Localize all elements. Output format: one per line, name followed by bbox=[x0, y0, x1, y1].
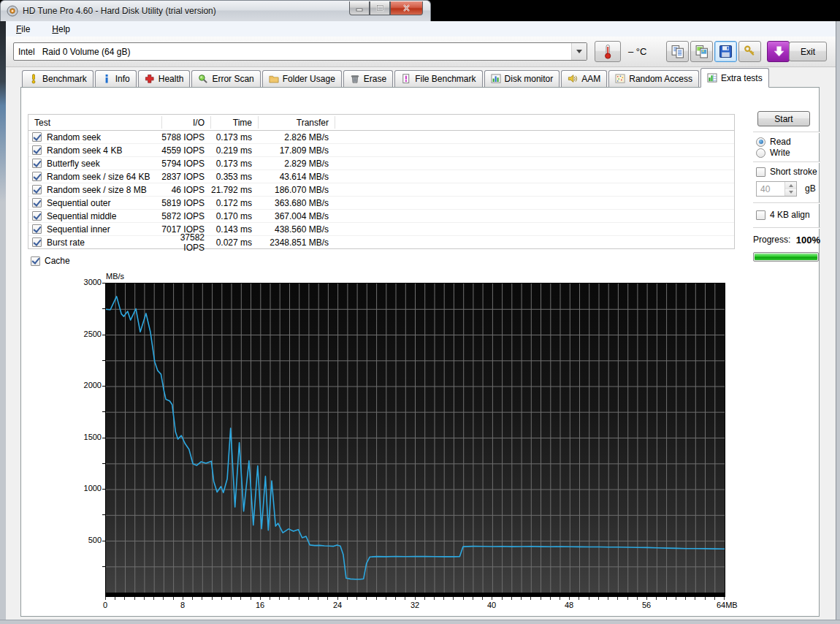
title-bar[interactable]: HD Tune Pro 4.60 - Hard Disk Utility (tr… bbox=[0, 0, 431, 21]
test-name: Sequential outer bbox=[47, 198, 110, 208]
x-axis-tick bbox=[705, 597, 706, 600]
test-checkbox[interactable] bbox=[32, 145, 42, 155]
test-checkbox[interactable] bbox=[32, 159, 42, 168]
tab-health[interactable]: Health bbox=[138, 70, 191, 87]
toolbar: Intel Raid 0 Volume (64 gB) – °C Exit bbox=[6, 37, 836, 67]
tab-info[interactable]: Info bbox=[95, 70, 137, 87]
short-stroke-checkbox[interactable]: Short stroke bbox=[756, 167, 817, 177]
x-axis-tick bbox=[443, 597, 444, 600]
info-icon bbox=[102, 74, 112, 84]
test-checkbox[interactable] bbox=[32, 132, 42, 142]
options-button[interactable] bbox=[738, 41, 761, 62]
radio-write[interactable] bbox=[756, 148, 765, 158]
table-row[interactable]: Burst rate37582 IOPS0.027 ms2348.851 MB/… bbox=[28, 236, 734, 248]
test-checkbox[interactable] bbox=[32, 185, 42, 194]
mode-radio-write[interactable]: Write bbox=[756, 148, 790, 158]
spin-down-button[interactable] bbox=[785, 189, 796, 197]
transfer-value: 186.070 MB/s bbox=[258, 185, 329, 195]
size-value[interactable]: 40 bbox=[757, 182, 784, 196]
time-value: 0.027 ms bbox=[210, 237, 252, 248]
save-button[interactable] bbox=[714, 41, 737, 62]
table-row[interactable]: Random seek5788 IOPS0.173 ms2.826 MB/s bbox=[28, 131, 734, 144]
x-axis-tick bbox=[492, 597, 492, 600]
window-title: HD Tune Pro 4.60 - Hard Disk Utility (tr… bbox=[23, 6, 216, 16]
test-checkbox[interactable] bbox=[32, 224, 42, 234]
test-checkbox[interactable] bbox=[32, 172, 42, 181]
tab-error-scan[interactable]: Error Scan bbox=[191, 70, 260, 87]
x-axis-tick bbox=[473, 597, 473, 600]
drive-select-value: Intel Raid 0 Volume (64 gB) bbox=[14, 47, 571, 57]
menu-help[interactable]: Help bbox=[49, 23, 73, 36]
column-separator bbox=[335, 116, 335, 129]
tab-aam[interactable]: AAM bbox=[561, 70, 607, 87]
download-button[interactable] bbox=[767, 41, 790, 62]
error-scan-icon bbox=[198, 74, 208, 84]
tab-erase[interactable]: Erase bbox=[343, 70, 393, 87]
copy-image-button[interactable] bbox=[690, 41, 713, 62]
x-axis-tick bbox=[260, 597, 261, 600]
tab-folder-usage[interactable]: Folder Usage bbox=[262, 70, 342, 87]
cache-box[interactable] bbox=[31, 256, 40, 266]
menu-file[interactable]: File bbox=[13, 23, 33, 36]
x-axis-tick bbox=[463, 597, 464, 600]
exit-button[interactable]: Exit bbox=[789, 42, 827, 61]
x-axis-tick bbox=[569, 597, 570, 600]
y-axis-tick bbox=[102, 514, 105, 515]
test-name: Random seek / size 64 KB bbox=[47, 172, 150, 182]
test-checkbox[interactable] bbox=[32, 237, 42, 247]
io-value: 5819 IOPS bbox=[161, 198, 205, 208]
mode-radio-read[interactable]: Read bbox=[756, 137, 791, 147]
start-button[interactable]: Start bbox=[757, 111, 810, 126]
table-row[interactable]: Sequential middle5872 IOPS0.170 ms367.00… bbox=[28, 210, 734, 223]
x-axis-tick bbox=[434, 597, 435, 600]
drive-select-arrow[interactable] bbox=[571, 43, 587, 60]
tab-file-benchmark[interactable]: File Benchmark bbox=[394, 70, 482, 87]
table-row[interactable]: Random seek / size 8 MB46 IOPS21.792 ms1… bbox=[28, 183, 734, 197]
tab-benchmark[interactable]: Benchmark bbox=[22, 70, 93, 87]
tab-label: Health bbox=[159, 74, 184, 84]
tab-random-access[interactable]: Random Access bbox=[608, 70, 699, 87]
tab-disk-monitor[interactable]: Disk monitor bbox=[484, 70, 560, 87]
x-axis-tick-label: 16 bbox=[256, 601, 264, 609]
keys-icon bbox=[743, 45, 757, 58]
workspace: TestI/OTimeTransferRandom seek5788 IOPS0… bbox=[6, 87, 836, 620]
y-axis-tick-label: 1000 bbox=[72, 484, 102, 492]
cache-label: Cache bbox=[45, 256, 70, 266]
transfer-value: 2.829 MB/s bbox=[258, 159, 329, 169]
y-axis-tick-label: 2500 bbox=[72, 330, 102, 338]
minimize-button[interactable] bbox=[349, 1, 370, 15]
hd-tune-window: HD Tune Pro 4.60 - Hard Disk Utility (tr… bbox=[0, 0, 840, 624]
tab-extra-tests[interactable]: Extra tests bbox=[700, 68, 769, 88]
x-axis-tick-label: 56 bbox=[642, 601, 651, 609]
drive-select[interactable]: Intel Raid 0 Volume (64 gB) bbox=[13, 42, 587, 61]
window-border-left bbox=[0, 21, 6, 624]
separator bbox=[753, 202, 820, 204]
x-axis-tick bbox=[308, 597, 309, 600]
copy-text-button[interactable] bbox=[666, 41, 689, 62]
time-value: 21.792 ms bbox=[210, 185, 252, 195]
temperature-button[interactable] bbox=[595, 41, 621, 62]
radio-read[interactable] bbox=[756, 137, 765, 147]
cache-checkbox[interactable]: Cache bbox=[31, 256, 70, 266]
table-row[interactable]: Sequential outer5819 IOPS0.172 ms363.680… bbox=[28, 197, 734, 210]
x-axis-tick bbox=[153, 597, 154, 600]
x-axis-tick bbox=[356, 597, 357, 600]
size-stepper[interactable]: 40 bbox=[756, 181, 797, 197]
spin-up-button[interactable] bbox=[785, 182, 796, 189]
table-row[interactable]: Butterfly seek5794 IOPS0.173 ms2.829 MB/… bbox=[28, 157, 734, 170]
short-stroke-box[interactable] bbox=[756, 167, 765, 177]
progress-value: 100% bbox=[796, 235, 820, 246]
close-icon bbox=[402, 4, 411, 12]
test-checkbox[interactable] bbox=[32, 211, 42, 221]
table-row[interactable]: Random seek 4 KB4559 IOPS0.219 ms17.809 … bbox=[28, 144, 734, 157]
table-row[interactable]: Sequential inner7017 IOPS0.143 ms438.560… bbox=[28, 223, 734, 236]
maximize-button[interactable] bbox=[370, 1, 390, 15]
x-axis-tick bbox=[279, 597, 280, 600]
transfer-value: 43.614 MB/s bbox=[258, 172, 329, 182]
close-button[interactable] bbox=[390, 1, 423, 15]
test-checkbox[interactable] bbox=[32, 198, 42, 208]
align-checkbox[interactable]: 4 KB align bbox=[756, 210, 810, 220]
table-row[interactable]: Random seek / size 64 KB2837 IOPS0.353 m… bbox=[28, 170, 734, 183]
random-access-icon bbox=[615, 74, 625, 84]
align-box[interactable] bbox=[756, 210, 765, 220]
